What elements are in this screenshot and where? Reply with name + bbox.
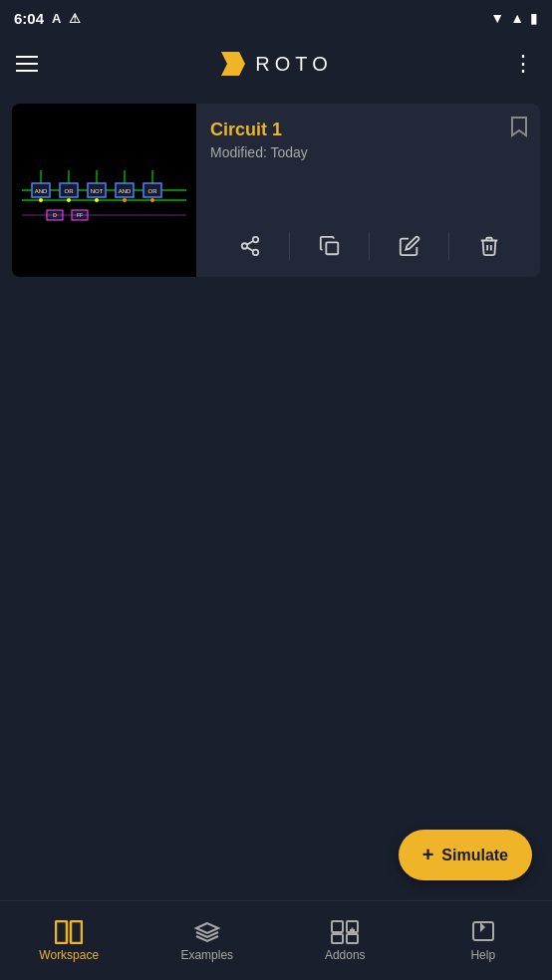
circuit-modified: Modified: Today bbox=[210, 144, 528, 160]
svg-text:NOT: NOT bbox=[91, 188, 104, 194]
delete-button[interactable] bbox=[449, 227, 528, 265]
hamburger-menu-button[interactable] bbox=[16, 56, 38, 72]
copy-icon bbox=[319, 235, 341, 257]
svg-text:AND: AND bbox=[35, 188, 48, 194]
addons-nav-icon bbox=[331, 920, 359, 944]
share-button[interactable] bbox=[210, 227, 289, 265]
svg-point-30 bbox=[241, 243, 247, 249]
svg-marker-0 bbox=[221, 52, 245, 76]
circuit-preview: AND OR NOT AND OR bbox=[12, 104, 196, 277]
edit-icon bbox=[399, 235, 420, 257]
signal-icon: ▲ bbox=[510, 10, 524, 26]
svg-rect-35 bbox=[56, 921, 67, 943]
circuit-title: Circuit 1 bbox=[210, 120, 528, 140]
addons-nav-label: Addons bbox=[325, 948, 366, 962]
status-bar: 6:04 A ⚠ ▼ ▲ ▮ bbox=[0, 0, 552, 36]
bottom-nav: Workspace Examples Addons Help bbox=[0, 900, 552, 980]
svg-text:OR: OR bbox=[148, 188, 158, 194]
nav-examples[interactable]: Examples bbox=[138, 912, 277, 970]
svg-marker-46 bbox=[480, 922, 485, 932]
svg-line-32 bbox=[246, 247, 252, 251]
svg-text:AND: AND bbox=[119, 188, 132, 194]
alert-icon: ⚠ bbox=[69, 11, 81, 26]
svg-line-33 bbox=[246, 241, 252, 245]
app-bar: ROTO ⋮ bbox=[0, 36, 552, 92]
battery-icon: ▮ bbox=[530, 10, 538, 26]
more-options-button[interactable]: ⋮ bbox=[512, 51, 536, 77]
workspace-nav-label: Workspace bbox=[39, 948, 99, 962]
delete-icon bbox=[478, 235, 500, 257]
circuit-card: AND OR NOT AND OR bbox=[12, 104, 540, 277]
plus-icon: + bbox=[422, 844, 434, 866]
logo-icon bbox=[217, 48, 249, 80]
status-icons: ▼ ▲ ▮ bbox=[490, 10, 538, 26]
svg-point-31 bbox=[252, 250, 258, 255]
svg-rect-34 bbox=[326, 242, 338, 254]
share-icon bbox=[239, 235, 261, 257]
app-logo: ROTO bbox=[217, 48, 332, 80]
nav-addons[interactable]: Addons bbox=[276, 912, 414, 970]
svg-point-20 bbox=[67, 198, 71, 202]
examples-nav-label: Examples bbox=[180, 948, 233, 962]
svg-text:OR: OR bbox=[65, 188, 75, 194]
status-time: 6:04 A ⚠ bbox=[14, 10, 81, 27]
svg-rect-45 bbox=[473, 922, 493, 940]
workspace-nav-icon bbox=[55, 920, 83, 944]
simulate-fab-label: Simulate bbox=[441, 847, 508, 864]
notification-icon: A bbox=[52, 11, 61, 26]
svg-rect-36 bbox=[71, 921, 82, 943]
svg-rect-39 bbox=[332, 921, 343, 932]
nav-help[interactable]: Help bbox=[414, 912, 553, 970]
main-content: AND OR NOT AND OR bbox=[0, 92, 552, 900]
svg-point-21 bbox=[95, 198, 99, 202]
svg-point-22 bbox=[123, 198, 127, 202]
examples-nav-icon bbox=[194, 920, 220, 944]
svg-point-23 bbox=[150, 198, 154, 202]
wifi-icon: ▼ bbox=[490, 10, 504, 26]
circuit-info: Circuit 1 Modified: Today bbox=[196, 104, 540, 277]
help-nav-icon bbox=[471, 920, 495, 944]
circuit-actions bbox=[210, 207, 528, 265]
nav-workspace[interactable]: Workspace bbox=[0, 912, 138, 970]
svg-rect-42 bbox=[347, 934, 358, 943]
help-nav-label: Help bbox=[470, 948, 495, 962]
svg-point-19 bbox=[39, 198, 43, 202]
circuit-thumbnail[interactable]: AND OR NOT AND OR bbox=[12, 104, 196, 277]
logo-text: ROTO bbox=[255, 53, 332, 76]
svg-text:D: D bbox=[53, 212, 57, 218]
bookmark-button[interactable] bbox=[510, 116, 528, 142]
svg-text:FF: FF bbox=[77, 212, 83, 218]
edit-button[interactable] bbox=[370, 227, 448, 265]
simulate-fab-button[interactable]: + Simulate bbox=[399, 830, 532, 880]
svg-point-29 bbox=[252, 237, 258, 243]
svg-rect-41 bbox=[332, 934, 343, 943]
copy-button[interactable] bbox=[290, 227, 369, 265]
